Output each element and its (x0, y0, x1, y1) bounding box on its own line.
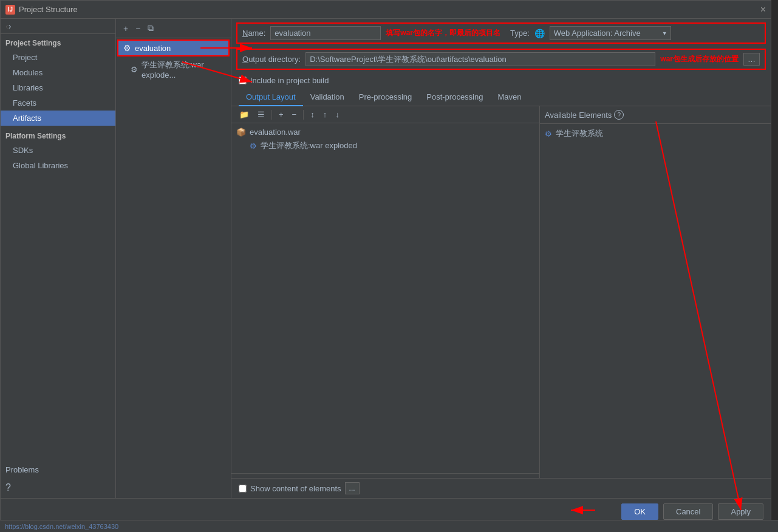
copy-artifact-button[interactable]: ⧉ (145, 22, 156, 35)
show-content-checkbox[interactable] (239, 485, 247, 493)
tree-item-war[interactable]: 📦 evaluation.war (231, 126, 539, 138)
horizontal-scrollbar[interactable] (231, 473, 539, 478)
title-bar-left: IJ Project Structure (5, 5, 78, 15)
name-field-group: Name: 填写war包的名字，即最后的项目名 (242, 26, 500, 40)
subitem-icon: ⚙ (131, 65, 138, 74)
name-label: Name: (242, 29, 265, 38)
type-select[interactable]: Web Application: Archive Web Application… (550, 26, 671, 40)
include-build-row: Include in project build (231, 72, 771, 89)
nav-item-modules[interactable]: Modules (1, 65, 115, 80)
show-content-label[interactable]: Show content of elements (239, 484, 341, 493)
project-structure-dialog: IJ Project Structure × ‹ › Project Setti… (0, 0, 771, 525)
available-tree: ⚙ 学生评教系统 (540, 124, 771, 478)
available-item-label: 学生评教系统 (556, 128, 603, 139)
output-dir-annotation: war包生成后存放的位置 (660, 54, 739, 64)
tabs-row: Output Layout Validation Pre-processing … (231, 89, 771, 106)
available-elements-label: Available Elements (545, 111, 612, 120)
url-bar: https://blog.csdn.net/weixin_43763430 (0, 520, 778, 532)
available-help-icon[interactable]: ? (614, 110, 624, 120)
artifact-icon: ⚙ (123, 43, 131, 53)
close-button[interactable]: × (760, 5, 766, 15)
name-annotation: 填写war包的名字，即最后的项目名 (386, 28, 500, 38)
nav-item-global-libraries[interactable]: Global Libraries (1, 158, 115, 173)
available-elements-panel: Available Elements ? ⚙ 学生评教系统 (540, 106, 771, 478)
layout-folder-btn[interactable]: 📁 (236, 109, 252, 120)
platform-settings-title: Platform Settings (1, 126, 115, 143)
forward-arrow[interactable]: › (9, 21, 12, 31)
available-header: Available Elements ? (540, 106, 771, 124)
layout-toolbar: 📁 ☰ + − ↕ ↑ ↓ (231, 106, 539, 123)
layout-add-btn[interactable]: + (276, 109, 287, 120)
tab-maven[interactable]: Maven (490, 89, 528, 106)
war-icon: 📦 (236, 128, 246, 137)
name-input[interactable] (270, 26, 381, 40)
tab-post-processing[interactable]: Post-processing (419, 89, 490, 106)
include-build-label: Include in project build (250, 76, 329, 85)
cancel-button[interactable]: Cancel (663, 503, 713, 520)
layout-remove-btn[interactable]: − (289, 109, 300, 120)
remove-artifact-button[interactable]: − (133, 22, 143, 35)
nav-item-facets[interactable]: Facets (1, 95, 115, 111)
tree-subitem-label: 学生评教系统:war exploded (261, 140, 357, 151)
ok-button[interactable]: OK (621, 503, 658, 520)
type-field-group: Type: 🌐 Web Application: Archive Web App… (510, 26, 671, 40)
url-text: https://blog.csdn.net/weixin_43763430 (5, 523, 118, 530)
layout-tree: 📦 evaluation.war ⚙ 学生评教系统:war exploded (231, 123, 539, 473)
artifacts-sidebar: + − ⧉ ⚙ evaluation ⚙ 学生评教系统:war explode.… (116, 19, 231, 498)
output-layout-panel: 📁 ☰ + − ↕ ↑ ↓ 📦 evaluation.war (231, 106, 540, 478)
apply-button[interactable]: Apply (718, 503, 763, 520)
layout-sort-btn[interactable]: ↕ (307, 109, 318, 120)
nav-item-project[interactable]: Project (1, 50, 115, 65)
show-content-text: Show content of elements (250, 484, 341, 493)
type-select-wrapper: Web Application: Archive Web Application… (550, 26, 671, 40)
title-bar: IJ Project Structure × (1, 1, 771, 19)
artifact-name: evaluation (135, 44, 171, 53)
content-panel: 📁 ☰ + − ↕ ↑ ↓ 📦 evaluation.war (231, 106, 771, 478)
bottom-bar: Show content of elements ... (231, 478, 771, 498)
subitem-name: 学生评教系统:war explode... (142, 60, 226, 80)
available-item-system[interactable]: ⚙ 学生评教系统 (540, 126, 771, 141)
left-navigation: ‹ › Project Settings Project Modules Lib… (1, 19, 116, 498)
output-dir-row: Output directory: war包生成后存放的位置 … (236, 49, 766, 70)
layout-down-btn[interactable]: ↓ (332, 109, 343, 120)
layout-list-btn[interactable]: ☰ (254, 109, 268, 120)
output-dir-browse-button[interactable]: … (743, 53, 760, 66)
content-area: Name: 填写war包的名字，即最后的项目名 Type: 🌐 Web Appl… (231, 19, 771, 498)
type-label: Type: (510, 29, 530, 38)
tab-output-layout[interactable]: Output Layout (239, 89, 303, 106)
tab-validation[interactable]: Validation (303, 89, 352, 106)
include-build-checkbox[interactable] (239, 77, 247, 84)
dialog-title: Project Structure (19, 5, 78, 14)
tree-item-war-label: evaluation.war (250, 128, 301, 137)
sidebar-toolbar: + − ⧉ (116, 19, 231, 38)
sidebar-spacer (1, 173, 115, 459)
output-dir-input[interactable] (305, 52, 655, 66)
nav-item-artifacts[interactable]: Artifacts (1, 111, 115, 126)
nav-item-problems[interactable]: Problems (1, 459, 115, 477)
toolbar-separator-1 (271, 110, 272, 120)
toolbar-separator-2 (303, 110, 304, 120)
name-type-row: Name: 填写war包的名字，即最后的项目名 Type: 🌐 Web Appl… (236, 22, 766, 44)
type-icon: 🌐 (534, 29, 545, 38)
tree-subitem-exploded[interactable]: ⚙ 学生评教系统:war exploded (231, 138, 539, 153)
nav-item-sdks[interactable]: SDKs (1, 143, 115, 158)
available-item-icon: ⚙ (545, 129, 552, 138)
artifact-subitem[interactable]: ⚙ 学生评教系统:war explode... (116, 58, 231, 81)
output-dir-label: Output directory: (242, 55, 301, 64)
main-layout: ‹ › Project Settings Project Modules Lib… (1, 19, 771, 498)
artifact-evaluation[interactable]: ⚙ evaluation (118, 41, 228, 55)
add-artifact-button[interactable]: + (121, 22, 131, 35)
nav-item-libraries[interactable]: Libraries (1, 80, 115, 95)
layout-up-btn[interactable]: ↑ (320, 109, 330, 120)
more-options-button[interactable]: ... (345, 482, 360, 494)
tab-pre-processing[interactable]: Pre-processing (352, 89, 419, 106)
app-icon: IJ (5, 5, 15, 15)
exploded-icon: ⚙ (250, 142, 257, 151)
help-button[interactable]: ? (1, 477, 115, 498)
project-settings-title: Project Settings (1, 34, 115, 50)
